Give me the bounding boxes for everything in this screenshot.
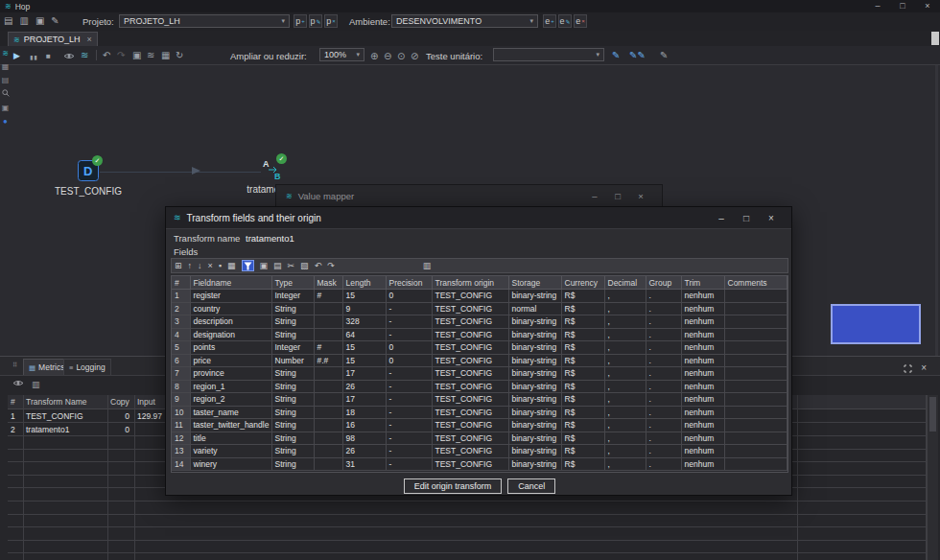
table-cell[interactable]: binary-string: [508, 406, 561, 419]
table-cell[interactable]: 15: [342, 354, 386, 367]
table-cell[interactable]: TEST_CONFIG: [432, 432, 508, 445]
table-cell[interactable]: [314, 367, 342, 381]
table-cell[interactable]: binary-string: [508, 393, 561, 407]
close-icon[interactable]: ×: [629, 191, 652, 201]
table-cell[interactable]: TEST_CONFIG: [432, 341, 508, 355]
minimize-icon[interactable]: –: [583, 191, 606, 201]
run-icon[interactable]: ▶: [13, 50, 20, 62]
pencil-icon[interactable]: ✎: [660, 49, 668, 61]
table-cell[interactable]: [724, 341, 787, 355]
table-cell[interactable]: Integer: [271, 341, 314, 355]
undo-icon[interactable]: ↶: [315, 260, 322, 271]
data-orchestration-perspective-icon[interactable]: ≋: [2, 49, 9, 58]
table-cell[interactable]: 15: [342, 290, 386, 303]
tab-close-icon[interactable]: ×: [87, 35, 92, 44]
table-cell[interactable]: nenhum: [681, 328, 724, 341]
table-cell[interactable]: .: [646, 354, 681, 367]
table-cell[interactable]: ,: [604, 445, 646, 458]
undo-icon[interactable]: ↶: [103, 49, 110, 61]
table-row[interactable]: 8region_1String26-TEST_CONFIGbinary-stri…: [172, 380, 787, 393]
move-up-icon[interactable]: ↑: [188, 260, 193, 271]
table-cell[interactable]: 18: [342, 406, 386, 419]
table-cell[interactable]: String: [271, 302, 314, 315]
table-cell[interactable]: ,: [604, 328, 646, 341]
table-cell[interactable]: 17: [342, 367, 386, 381]
table-cell[interactable]: String: [271, 380, 314, 393]
zoom-100-icon[interactable]: ⊙: [397, 50, 405, 62]
table-cell[interactable]: R$: [561, 380, 604, 393]
table-cell[interactable]: .: [646, 341, 681, 355]
grid-icon[interactable]: ▦: [161, 49, 170, 61]
table-cell[interactable]: -: [386, 432, 432, 445]
table-cell[interactable]: 5: [172, 341, 190, 355]
table-cell[interactable]: R$: [561, 367, 604, 381]
add-environment-button[interactable]: e: [543, 14, 556, 28]
table-cell[interactable]: .: [646, 302, 681, 315]
show-results-eye-icon[interactable]: [12, 379, 24, 389]
table-cell[interactable]: nenhum: [681, 419, 724, 432]
table-cell[interactable]: binary-string: [508, 354, 561, 367]
unit-test-combo[interactable]: ▾: [493, 48, 604, 61]
table-cell[interactable]: 15: [342, 341, 386, 355]
table-cell[interactable]: Integer: [271, 290, 314, 303]
table-cell[interactable]: 7: [172, 367, 190, 381]
table-cell[interactable]: binary-string: [508, 457, 561, 471]
table-cell[interactable]: 16: [342, 419, 386, 432]
table-row[interactable]: 1registerInteger#150TEST_CONFIGbinary-st…: [172, 290, 787, 303]
table-cell[interactable]: -: [386, 380, 432, 393]
minimize-icon[interactable]: –: [709, 213, 734, 223]
table-cell[interactable]: -: [386, 445, 432, 458]
table-cell[interactable]: ,: [604, 302, 646, 315]
table-cell[interactable]: -: [386, 328, 432, 341]
table-cell[interactable]: 328: [342, 315, 386, 329]
table-cell[interactable]: TEST_CONFIG: [432, 445, 508, 458]
select-all-icon[interactable]: ▪: [219, 260, 222, 271]
table-cell[interactable]: register: [190, 290, 271, 303]
table-cell[interactable]: 13: [172, 445, 190, 458]
table-cell[interactable]: binary-string: [508, 445, 561, 458]
pattern-icon[interactable]: ▧: [300, 260, 309, 271]
table-cell[interactable]: String: [271, 367, 314, 381]
maximize-icon[interactable]: □: [606, 191, 629, 201]
maximize-icon[interactable]: □: [734, 213, 759, 223]
add-project-button[interactable]: p: [294, 14, 307, 28]
table-cell[interactable]: nenhum: [681, 315, 724, 329]
table-cell[interactable]: nenhum: [681, 354, 724, 367]
maximize-icon[interactable]: □: [890, 0, 915, 12]
table-cell[interactable]: R$: [561, 302, 604, 315]
table-cell[interactable]: R$: [561, 328, 604, 341]
table-cell[interactable]: TEST_CONFIG: [432, 406, 508, 419]
table-cell[interactable]: [724, 367, 787, 381]
table-cell[interactable]: 3: [172, 315, 190, 329]
tab-projeto-lh[interactable]: ≋ PROJETO_LH ×: [8, 32, 98, 46]
table-cell[interactable]: R$: [561, 393, 604, 407]
table-cell[interactable]: description: [190, 315, 271, 329]
table-cell[interactable]: [724, 406, 787, 419]
table-cell[interactable]: region_1: [190, 380, 271, 393]
table-cell[interactable]: 2: [172, 302, 190, 315]
table-cell[interactable]: R$: [561, 457, 604, 471]
table-cell[interactable]: TEST_CONFIG: [432, 354, 508, 367]
table-cell[interactable]: 31: [342, 457, 386, 471]
table-row[interactable]: 9region_2String17-TEST_CONFIGbinary-stri…: [172, 393, 787, 407]
metadata-perspective-icon[interactable]: ▦: [2, 62, 10, 71]
table-icon[interactable]: ▦: [227, 260, 236, 271]
table-cell[interactable]: points: [190, 341, 271, 355]
table-cell[interactable]: [724, 445, 787, 458]
table-cell[interactable]: TEST_CONFIG: [432, 290, 508, 303]
filter-funnel-icon[interactable]: [242, 260, 254, 271]
table-cell[interactable]: .: [646, 380, 681, 393]
table-cell[interactable]: [314, 328, 342, 341]
table-cell[interactable]: R$: [561, 432, 604, 445]
table-cell[interactable]: nenhum: [681, 367, 724, 381]
stop-icon[interactable]: ■: [46, 50, 51, 62]
column-header[interactable]: Type: [271, 276, 314, 290]
table-cell[interactable]: winery: [190, 457, 271, 471]
column-header[interactable]: Mask: [314, 276, 342, 290]
preview-eye-icon[interactable]: [63, 51, 75, 63]
table-cell[interactable]: binary-string: [508, 419, 561, 432]
table-cell[interactable]: String: [271, 432, 314, 445]
column-header[interactable]: Comments: [724, 276, 787, 290]
table-row[interactable]: 5pointsInteger#150TEST_CONFIGbinary-stri…: [172, 341, 787, 355]
table-row[interactable]: 14wineryString31-TEST_CONFIGbinary-strin…: [172, 457, 787, 471]
